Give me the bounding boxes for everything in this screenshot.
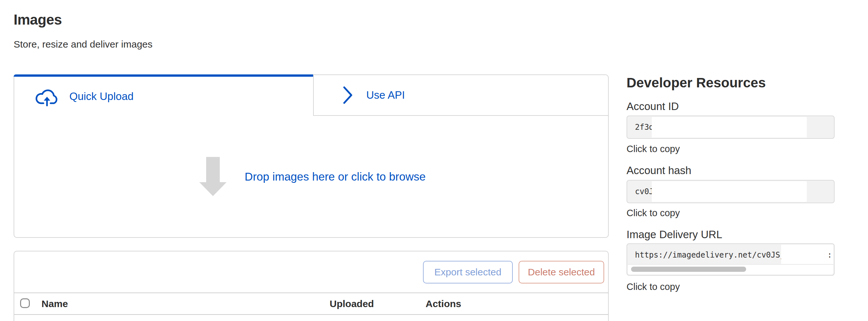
- image-delivery-url-copy-hint[interactable]: Click to copy: [626, 282, 680, 292]
- image-delivery-url-value: https://imagedelivery.net/cv0JSj: [635, 244, 785, 266]
- image-list-panel: Export selected Delete selected Name Upl…: [13, 251, 609, 321]
- page-title: Images: [13, 12, 62, 28]
- dropzone-label: Drop images here or click to browse: [245, 170, 426, 183]
- horizontal-scrollbar-track[interactable]: [628, 264, 833, 275]
- export-selected-button[interactable]: Export selected: [423, 261, 513, 283]
- image-dropzone[interactable]: Drop images here or click to browse: [13, 116, 609, 238]
- tab-quick-upload-label: Quick Upload: [69, 90, 133, 103]
- column-header-uploaded: Uploaded: [330, 293, 374, 314]
- delete-selected-button[interactable]: Delete selected: [519, 261, 604, 283]
- page-subtitle: Store, resize and deliver images: [13, 39, 153, 50]
- account-id-copy-hint[interactable]: Click to copy: [626, 144, 680, 154]
- account-hash-field[interactable]: cv0J: [626, 180, 835, 203]
- tab-use-api[interactable]: Use API: [313, 74, 609, 116]
- account-hash-copy-hint[interactable]: Click to copy: [626, 208, 680, 218]
- account-hash-label: Account hash: [626, 165, 691, 177]
- image-delivery-url-tail: :: [828, 250, 832, 259]
- image-delivery-url-label: Image Delivery URL: [626, 228, 722, 241]
- active-tab-indicator: [13, 74, 313, 77]
- chevron-right-icon: [343, 86, 353, 105]
- list-toolbar: Export selected Delete selected: [14, 251, 608, 293]
- tab-use-api-label: Use API: [366, 89, 405, 101]
- select-all-checkbox[interactable]: [20, 298, 30, 308]
- column-header-name: Name: [41, 293, 68, 314]
- tab-quick-upload[interactable]: Quick Upload: [13, 77, 313, 116]
- redaction-overlay: [652, 181, 807, 202]
- horizontal-scrollbar-thumb[interactable]: [631, 266, 746, 272]
- table-header-row: Name Uploaded Actions: [14, 293, 608, 315]
- image-delivery-url-field[interactable]: https://imagedelivery.net/cv0JSj :: [626, 243, 835, 276]
- redaction-overlay: [652, 117, 807, 138]
- developer-resources-panel: Developer Resources Account ID 2f3d Clic…: [626, 75, 835, 301]
- column-header-actions: Actions: [426, 293, 461, 314]
- drop-arrow-icon: [197, 157, 229, 197]
- cloud-upload-icon: [34, 86, 60, 107]
- account-hash-value: cv0J: [635, 181, 654, 203]
- account-id-label: Account ID: [626, 100, 679, 113]
- account-id-value: 2f3d: [635, 116, 654, 138]
- developer-resources-heading: Developer Resources: [626, 75, 766, 91]
- account-id-field[interactable]: 2f3d: [626, 115, 835, 139]
- redaction-overlay: [781, 245, 833, 265]
